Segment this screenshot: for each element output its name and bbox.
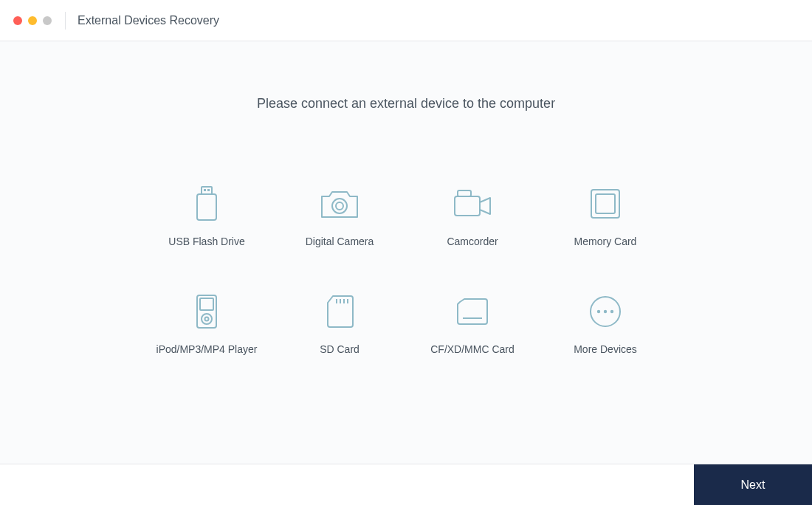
prompt-text: Please connect an external device to the…: [257, 96, 555, 111]
ipod-icon: [195, 293, 219, 330]
device-sd-card[interactable]: SD Card: [273, 293, 406, 389]
footer: Next: [0, 464, 812, 505]
device-grid: USB Flash Drive Digital Camera: [140, 185, 672, 389]
device-camcorder[interactable]: Camcorder: [406, 185, 539, 281]
svg-rect-2: [207, 189, 210, 191]
titlebar: External Devices Recovery: [0, 0, 812, 41]
svg-point-22: [610, 310, 613, 313]
device-cf-xd-mmc-card[interactable]: CF/XD/MMC Card: [406, 293, 539, 389]
svg-rect-0: [202, 187, 212, 194]
sd-card-icon: [326, 293, 354, 330]
digital-camera-icon: [319, 185, 360, 222]
main-content: Please connect an external device to the…: [0, 41, 812, 464]
svg-rect-3: [197, 194, 216, 220]
device-label: USB Flash Drive: [168, 236, 244, 247]
device-label: CF/XD/MMC Card: [430, 343, 515, 355]
device-label: SD Card: [320, 343, 359, 355]
device-usb-flash-drive[interactable]: USB Flash Drive: [140, 185, 273, 281]
camcorder-icon: [452, 185, 493, 222]
next-button[interactable]: Next: [694, 464, 812, 506]
device-more-devices[interactable]: More Devices: [539, 293, 672, 389]
page-title: External Devices Recovery: [78, 14, 219, 27]
usb-flash-drive-icon: [196, 185, 218, 222]
svg-point-12: [202, 314, 212, 324]
device-label: iPod/MP3/MP4 Player: [156, 343, 258, 355]
device-memory-card[interactable]: Memory Card: [539, 185, 672, 281]
more-devices-icon: [588, 293, 622, 330]
svg-point-13: [205, 317, 209, 321]
next-button-label: Next: [741, 478, 765, 492]
svg-rect-1: [204, 189, 206, 191]
svg-point-4: [332, 199, 347, 213]
close-window-button[interactable]: [13, 16, 22, 25]
memory-card-icon: [588, 185, 622, 222]
device-ipod-mp3-mp4-player[interactable]: iPod/MP3/MP4 Player: [140, 293, 273, 389]
cf-card-icon: [455, 293, 489, 330]
device-label: Memory Card: [574, 236, 637, 247]
device-digital-camera[interactable]: Digital Camera: [273, 185, 406, 281]
svg-point-5: [336, 202, 343, 210]
svg-rect-6: [455, 196, 480, 216]
device-label: Camcorder: [447, 236, 498, 247]
device-label: More Devices: [574, 343, 637, 355]
svg-rect-9: [596, 194, 615, 213]
svg-point-20: [597, 310, 600, 313]
svg-point-21: [604, 310, 607, 313]
svg-rect-11: [200, 298, 213, 310]
minimize-window-button[interactable]: [28, 16, 37, 25]
device-label: Digital Camera: [306, 236, 374, 247]
title-divider: [65, 12, 66, 30]
window-controls: [13, 16, 52, 25]
svg-rect-7: [458, 190, 471, 196]
maximize-window-button[interactable]: [43, 16, 52, 25]
